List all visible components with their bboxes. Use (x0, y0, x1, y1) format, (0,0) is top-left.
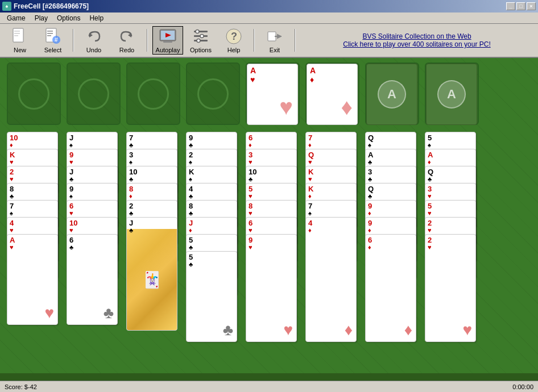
undo-label: Undo (86, 47, 101, 53)
redo-icon (118, 27, 136, 45)
toolbar: New # Select Undo (0, 24, 538, 58)
title-bar: ♠ FreeCell [#2686496675] _ □ × (0, 0, 538, 12)
svg-point-19 (196, 30, 199, 34)
svg-text:?: ? (231, 31, 237, 42)
select-label: Select (44, 47, 62, 53)
game-area: A ♥ ♥ A ♦ ♦ A A (0, 58, 538, 373)
exit-button[interactable]: Exit (259, 26, 290, 55)
card-6d2[interactable]: 6♦ ♦ (365, 234, 416, 342)
options-label: Options (190, 47, 212, 53)
autoplay-button[interactable]: Autoplay (152, 26, 183, 55)
minimize-button[interactable]: _ (506, 2, 515, 10)
ad-line2: Click here to play over 400 solitaires o… (343, 40, 490, 48)
select-icon: # (44, 27, 62, 45)
column-4[interactable]: 9♣ 2♠ K♠ 4♣ 8♣ J♦ 5♣ 5♣ ♣ (186, 132, 240, 348)
separator-1 (73, 29, 74, 52)
menu-help[interactable]: Help (85, 13, 108, 23)
window-title: FreeCell [#2686496675] (14, 2, 89, 10)
column-8[interactable]: 5♠ A♦ Q♣ 3♥ 5♥ 2♥ 2♥ ♥ (425, 132, 479, 348)
column-6[interactable]: 7♦ Q♥ K♥ K♦ 7♠ 4♦ ♦ (305, 132, 359, 348)
options-icon (192, 27, 210, 45)
svg-point-21 (197, 39, 200, 43)
free-cell-3[interactable] (126, 62, 180, 125)
foundation-a-clubs: A (426, 64, 477, 125)
svg-rect-5 (47, 31, 53, 32)
ad-banner[interactable]: BVS Solitaire Collection on the Web Clic… (300, 32, 533, 48)
free-cell-4[interactable] (186, 62, 240, 125)
menu-play[interactable]: Play (30, 13, 52, 23)
separator-4 (295, 29, 296, 52)
separator-3 (254, 29, 255, 52)
svg-rect-7 (47, 35, 51, 36)
foundation-a-spades: A (366, 64, 417, 125)
column-3[interactable]: 7♣ 3♠ 10♣ 8♦ 2♣ J ♣ 🃏 (126, 132, 180, 342)
foundation-card-diamonds: A ♦ ♦ (307, 64, 358, 125)
exit-icon (266, 27, 284, 45)
svg-point-20 (200, 35, 204, 38)
card-ah-col[interactable]: A♥ ♥ (7, 234, 58, 325)
app-icon: ♠ (2, 2, 11, 11)
foundation-3[interactable]: A (365, 62, 419, 125)
svg-rect-1 (14, 31, 20, 32)
card-4d[interactable]: 4♦ ♦ (305, 217, 357, 342)
new-icon (11, 27, 29, 45)
free-cell-2[interactable] (67, 62, 121, 125)
top-row: A ♥ ♥ A ♦ ♦ A A (5, 62, 533, 125)
card-6c[interactable]: 6♣ ♣ (67, 234, 118, 325)
redo-label: Redo (119, 47, 134, 53)
columns-row: 10♦ K♥ 2♥ 8♣ 7♠ 4♥ A♥ ♥ J♠ 9♥ J♣ 9♠ 6♥ 1… (5, 132, 533, 348)
undo-button[interactable]: Undo (78, 26, 109, 55)
svg-rect-6 (47, 33, 53, 34)
svg-rect-24 (268, 32, 276, 41)
new-button[interactable]: New (5, 26, 35, 55)
foundation-2[interactable]: A ♦ ♦ (305, 62, 359, 125)
separator-2 (147, 29, 148, 52)
maximize-button[interactable]: □ (516, 2, 525, 10)
ad-line1: BVS Solitaire Collection on the Web (362, 32, 471, 40)
exit-label: Exit (270, 47, 280, 53)
column-5[interactable]: 6♦ 3♥ 10♣ 5♥ 8♥ 6♥ 9♥ ♥ (246, 132, 300, 348)
status-bar: Score: $-42 0:00:00 (0, 381, 538, 392)
menu-bar: Game Play Options Help (0, 12, 538, 24)
autoplay-icon (159, 27, 177, 45)
window-controls[interactable]: _ □ × (506, 2, 536, 10)
svg-rect-18 (194, 40, 208, 41)
undo-icon (85, 27, 103, 45)
foundation-4[interactable]: A (425, 62, 479, 125)
free-cell-1[interactable] (7, 62, 61, 125)
column-7[interactable]: Q♠ A♣ 3♣ Q♣ 9♦ 9♦ 6♦ ♦ (365, 132, 419, 348)
select-button[interactable]: # Select (38, 26, 68, 55)
redo-button[interactable]: Redo (111, 26, 142, 55)
time-display: 0:00:00 (512, 383, 533, 390)
column-1[interactable]: 10♦ K♥ 2♥ 8♣ 7♠ 4♥ A♥ ♥ (7, 132, 61, 325)
menu-options[interactable]: Options (52, 13, 85, 23)
help-label: Help (227, 47, 241, 53)
card-5c2[interactable]: 5♣ ♣ (186, 251, 237, 342)
card-jd[interactable]: J ♣ 🃏 (126, 217, 177, 331)
score-display: Score: $-42 (5, 383, 37, 390)
card-2d[interactable]: 2♥ ♥ (425, 234, 476, 342)
foundation-card-hearts: A ♥ ♥ (247, 64, 298, 125)
svg-rect-3 (14, 35, 18, 36)
svg-rect-2 (14, 33, 20, 34)
help-icon: ? (225, 27, 243, 45)
options-button[interactable]: Options (185, 26, 216, 55)
autoplay-label: Autoplay (156, 47, 180, 53)
new-label: New (14, 47, 26, 53)
card-9h2[interactable]: 9♥ ♥ (246, 234, 297, 342)
menu-game[interactable]: Game (2, 13, 30, 23)
svg-rect-15 (163, 41, 172, 43)
column-2[interactable]: J♠ 9♥ J♣ 9♠ 6♥ 10♥ 6♣ ♣ (67, 132, 121, 342)
close-button[interactable]: × (527, 2, 536, 10)
help-button[interactable]: ? Help (218, 26, 249, 55)
svg-text:#: # (55, 37, 58, 43)
foundation-1[interactable]: A ♥ ♥ (246, 62, 300, 125)
